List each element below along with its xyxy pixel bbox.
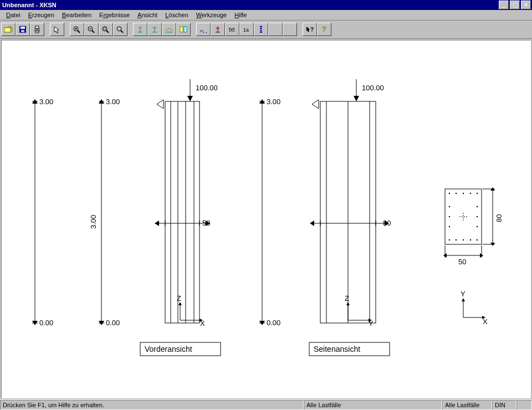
zoom-out-button[interactable] — [84, 23, 99, 36]
svg-rect-2 — [21, 27, 25, 29]
scale-h-bottom: 0.00 — [106, 319, 120, 327]
svg-point-78 — [477, 216, 478, 217]
side-view: 100.00 80 Z Y Seitenansicht — [309, 79, 391, 356]
svg-point-65 — [456, 193, 457, 194]
svg-point-72 — [470, 239, 471, 240]
zoom-window-icon — [101, 25, 110, 33]
release-icon — [165, 25, 173, 33]
section-width: 50 — [458, 258, 466, 266]
save-icon — [18, 25, 27, 33]
open-icon — [4, 25, 13, 33]
front-title: Vorderansicht — [145, 345, 192, 353]
zoom-out-icon — [87, 25, 96, 33]
release-button[interactable] — [162, 23, 176, 36]
scale-height: 3.00 0.00 3.00 — [89, 98, 120, 327]
empty-button-2[interactable] — [283, 23, 297, 36]
load-icon — [150, 25, 159, 33]
svg-text:?: ? — [310, 27, 314, 33]
open-button[interactable] — [1, 23, 16, 36]
text-result-button[interactable]: txt — [225, 23, 239, 36]
context-help-button[interactable]: ? — [303, 23, 317, 36]
mid-bottom: 0.00 — [267, 319, 280, 327]
side-width: 80 — [383, 219, 391, 227]
options-button[interactable] — [176, 23, 191, 36]
side-y: Y — [369, 319, 374, 327]
svg-line-12 — [92, 30, 94, 33]
status-loadcases-2: Alle Lastfälle — [442, 400, 492, 410]
pointer-icon — [53, 25, 62, 33]
pointer-button[interactable] — [50, 23, 64, 36]
minimize-button[interactable]: _ — [499, 1, 509, 9]
menu-loeschen[interactable]: Löschen — [161, 11, 192, 19]
svg-rect-21 — [184, 27, 187, 32]
curve-button[interactable] — [196, 23, 211, 36]
menu-bar: Datei Erzeugen Bearbeiten Ergebnisse Ans… — [0, 10, 532, 20]
status-grip — [516, 400, 532, 410]
height-value: 3.00 — [89, 215, 98, 229]
menu-ergebnisse[interactable]: Ergebnisse — [95, 11, 134, 19]
svg-point-64 — [449, 193, 450, 194]
svg-rect-20 — [180, 27, 183, 32]
print-button[interactable] — [30, 23, 44, 36]
title-bar: Unbenannt - XKSN _ ▢ ✕ — [0, 0, 532, 10]
front-view: 100.00 50 Z X Vorderansicht — [140, 79, 221, 356]
svg-rect-0 — [4, 28, 11, 32]
scale-button[interactable] — [254, 23, 268, 36]
front-z: Z — [177, 294, 181, 303]
drawing-area[interactable]: 3.00 0.00 3.00 0.00 3.00 — [1, 40, 531, 398]
svg-line-15 — [106, 30, 109, 33]
context-help-icon: ? — [305, 25, 314, 33]
menu-werkzeuge[interactable]: Werkzeuge — [192, 11, 231, 19]
scale-left-bottom: 0.00 — [39, 319, 53, 327]
section-y: Y — [461, 290, 466, 298]
scale-h-top: 3.00 — [106, 98, 120, 106]
menu-datei[interactable]: Datei — [2, 11, 24, 19]
help-button[interactable]: ? — [317, 23, 331, 36]
svg-point-68 — [477, 193, 478, 194]
save-button[interactable] — [16, 23, 30, 36]
support-icon — [136, 25, 145, 33]
zoom-fit-icon — [116, 25, 125, 33]
empty-button-1[interactable] — [268, 23, 283, 36]
status-bar: Drücken Sie F1, um Hilfe zu erhalten. Al… — [0, 399, 532, 410]
mid-top: 3.00 — [267, 98, 280, 106]
side-title: Seitenansicht — [314, 345, 360, 353]
svg-point-75 — [449, 216, 450, 217]
menu-ansicht[interactable]: Ansicht — [134, 11, 161, 19]
zoom-in-icon — [73, 25, 81, 33]
print-icon — [33, 25, 42, 33]
zoom-in-button[interactable] — [70, 23, 84, 36]
side-z: Z — [345, 294, 349, 303]
section-x: X — [483, 317, 488, 326]
numeric-button[interactable]: 1a — [239, 23, 254, 36]
load-button[interactable] — [147, 23, 162, 36]
svg-rect-3 — [21, 30, 24, 32]
toolbar: txt 1a ? ? — [0, 20, 532, 39]
svg-point-67 — [470, 193, 471, 194]
status-help: Drücken Sie F1, um Hilfe zu erhalten. — [0, 400, 304, 410]
svg-rect-6 — [35, 31, 39, 33]
svg-rect-16 — [104, 28, 106, 30]
close-button[interactable]: ✕ — [521, 1, 531, 9]
svg-point-70 — [456, 239, 457, 240]
status-loadcases: Alle Lastfälle — [304, 400, 442, 410]
moment-button[interactable] — [211, 23, 225, 36]
scale-left-top: 3.00 — [39, 98, 53, 106]
title-controls: _ ▢ ✕ — [498, 1, 531, 9]
scale-left: 3.00 0.00 — [32, 98, 53, 327]
maximize-button[interactable]: ▢ — [510, 1, 520, 9]
menu-bearbeiten[interactable]: Bearbeiten — [58, 11, 95, 19]
scale-mid: 3.00 0.00 — [259, 98, 280, 327]
zoom-fit-button[interactable] — [113, 23, 127, 36]
svg-line-8 — [78, 30, 80, 33]
svg-point-77 — [477, 206, 478, 207]
menu-hilfe[interactable]: Hilfe — [231, 11, 250, 19]
svg-point-14 — [103, 27, 107, 31]
help-icon: ? — [320, 25, 329, 33]
menu-erzeugen[interactable]: Erzeugen — [24, 11, 58, 19]
zoom-window-button[interactable] — [99, 23, 113, 36]
engineering-drawing: 3.00 0.00 3.00 0.00 3.00 — [2, 40, 529, 398]
support-button[interactable] — [133, 23, 147, 36]
text-icon: txt — [228, 25, 237, 33]
front-load: 100.00 — [196, 84, 218, 92]
